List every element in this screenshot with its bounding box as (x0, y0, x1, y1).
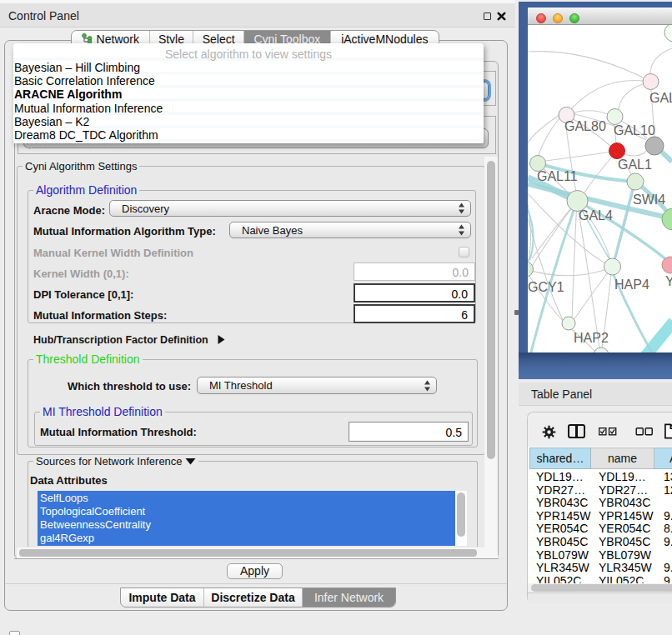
svg-text:HAP4: HAP4 (614, 278, 649, 292)
svg-text:GAL11: GAL11 (537, 169, 578, 183)
svg-text:GAL10: GAL10 (614, 123, 655, 138)
svg-text:GAL4: GAL4 (579, 208, 613, 222)
svg-text:HAP2: HAP2 (574, 331, 609, 345)
svg-text:GAL7: GAL7 (649, 91, 672, 105)
svg-text:GAL1: GAL1 (618, 158, 652, 172)
svg-text:SWI4: SWI4 (633, 192, 665, 207)
svg-text:GAL80: GAL80 (564, 119, 606, 133)
svg-text:Y: Y (665, 274, 672, 288)
svg-text:GCY1: GCY1 (528, 280, 564, 294)
